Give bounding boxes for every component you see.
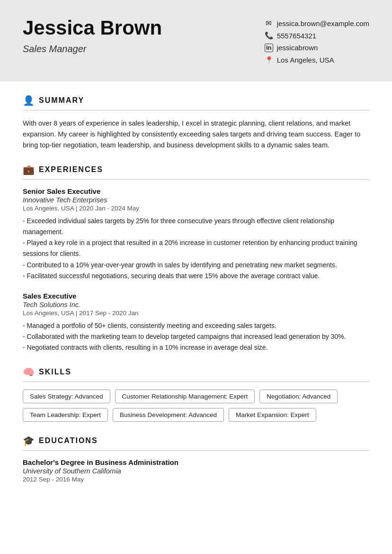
experiences-title: EXPERIENCES [39,165,103,174]
education-item-0: Bachelor's Degree in Business Administra… [23,458,369,483]
exp-bullets-1: - Managed a portfolio of 50+ clients, co… [23,320,369,353]
skill-1: Customer Relationship Management: Expert [115,390,255,403]
contact-info: ✉ jessica.brown@example.com 📞 5557654321… [265,19,369,64]
summary-header: 👤 SUMMARY [23,95,369,106]
summary-divider [23,110,369,110]
experience-item-0: Senior Sales Executive Innovative Tech E… [23,187,369,282]
skills-section: 🧠 SKILLS Sales Strategy: Advanced Custom… [23,366,369,422]
educations-icon: 🎓 [23,435,34,446]
skills-grid: Sales Strategy: Advanced Customer Relati… [23,390,369,422]
skills-header: 🧠 SKILLS [23,366,369,378]
educations-header: 🎓 EDUCATIONS [23,435,369,446]
exp-meta-1: Los Angeles, USA | 2017 Sep - 2020 Jan [23,309,369,317]
exp-company-1: Tech Solutions Inc. [23,301,369,309]
header: Jessica Brown Sales Manager ✉ jessica.br… [0,0,392,82]
contact-linkedin: in jessicabrown [265,44,369,52]
exp-location-1: Los Angeles, USA [23,309,74,317]
main-content: 👤 SUMMARY With over 8 years of experienc… [0,82,392,515]
exp-bullet-1-1: - Collaborated with the marketing team t… [23,331,369,342]
skill-5: Market Expansion: Expert [229,408,316,422]
skill-0: Sales Strategy: Advanced [23,390,110,403]
experiences-header: 💼 EXPERIENCES [23,164,369,175]
candidate-title: Sales Manager [23,44,162,54]
summary-text: With over 8 years of experience in sales… [23,118,369,151]
educations-title: EDUCATIONS [39,436,98,445]
location-icon: 📍 [265,56,273,64]
skills-icon: 🧠 [23,366,34,378]
contact-phone: 📞 5557654321 [265,31,369,40]
phone-icon: 📞 [265,31,273,40]
exp-bullet-0-3: - Facilitated successful negotiations, s… [23,271,369,282]
experience-item-1: Sales Executive Tech Solutions Inc. Los … [23,292,369,353]
summary-icon: 👤 [23,95,34,106]
linkedin-icon: in [265,44,273,52]
candidate-name: Jessica Brown [23,17,162,39]
exp-dates-0: 2020 Jan - 2024 May [79,205,139,212]
summary-section: 👤 SUMMARY With over 8 years of experienc… [23,95,369,151]
exp-bullet-0-1: - Played a key role in a project that re… [23,237,369,259]
exp-location-0: Los Angeles, USA [23,205,74,212]
educations-divider [23,450,369,451]
edu-school-0: University of Southern California [23,467,369,475]
edu-dates-0: 2012 Sep - 2016 May [23,476,369,483]
contact-location: 📍 Los Angeles, USA [265,56,369,64]
exp-meta-0: Los Angeles, USA | 2020 Jan - 2024 May [23,205,369,212]
experiences-divider [23,179,369,180]
exp-dates-1: 2017 Sep - 2020 Jan [79,309,138,317]
exp-bullet-1-0: - Managed a portfolio of 50+ clients, co… [23,320,369,331]
skills-divider [23,381,369,382]
exp-bullets-0: - Exceeded individual sales targets by 2… [23,216,369,282]
email-icon: ✉ [265,19,273,27]
exp-role-1: Sales Executive [23,292,369,300]
contact-email: ✉ jessica.brown@example.com [265,19,369,27]
experiences-icon: 💼 [23,164,34,175]
educations-section: 🎓 EDUCATIONS Bachelor's Degree in Busine… [23,435,369,483]
skill-3: Team Leadership: Expert [23,408,108,422]
exp-company-0: Innovative Tech Enterprises [23,196,369,204]
skill-2: Negotiation: Advanced [259,390,338,403]
experiences-section: 💼 EXPERIENCES Senior Sales Executive Inn… [23,164,369,353]
exp-bullet-0-2: - Contributed to a 10% year-over-year gr… [23,260,369,271]
exp-role-0: Senior Sales Executive [23,187,369,195]
skill-4: Business Development: Advanced [113,408,224,422]
exp-bullet-0-0: - Exceeded individual sales targets by 2… [23,216,369,237]
phone-value: 5557654321 [277,32,316,40]
summary-title: SUMMARY [39,96,84,105]
exp-bullet-1-2: - Negotiated contracts with clients, res… [23,342,369,353]
header-left: Jessica Brown Sales Manager [23,17,162,54]
location-value: Los Angeles, USA [277,56,334,64]
skills-title: SKILLS [39,368,71,376]
email-value: jessica.brown@example.com [277,19,369,27]
linkedin-value: jessicabrown [277,44,318,52]
edu-degree-0: Bachelor's Degree in Business Administra… [23,458,369,466]
